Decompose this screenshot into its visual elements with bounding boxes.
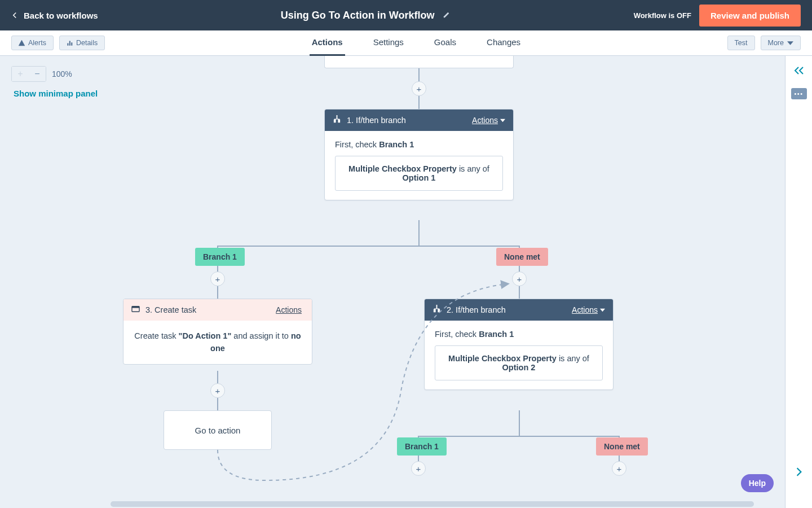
connector-line	[619, 456, 620, 461]
branch-label-met[interactable]: Branch 1	[397, 437, 447, 456]
help-button[interactable]: Help	[741, 474, 774, 492]
workflow-canvas[interactable]: + − 100% Show minimap panel + 1. If/then…	[0, 56, 785, 508]
add-action-button[interactable]: +	[210, 383, 225, 398]
back-label: Back to workflows	[24, 11, 98, 20]
branch-node-1[interactable]: 1. If/then branch Actions First, check B…	[324, 109, 514, 200]
connector-line	[218, 246, 519, 247]
collapse-panel-button[interactable]	[794, 65, 804, 78]
add-action-button[interactable]: +	[512, 271, 527, 286]
connector-line	[217, 286, 218, 299]
task-name: "Do Action 1"	[179, 331, 232, 340]
node-actions-menu[interactable]: Actions	[572, 305, 605, 314]
double-chevron-left-icon	[794, 66, 804, 75]
branch-node-title: 2. If/then branch	[447, 305, 506, 314]
connector-line	[418, 68, 420, 81]
alerts-label: Alerts	[28, 39, 46, 47]
test-button[interactable]: Test	[727, 36, 755, 50]
actions-label: Actions	[472, 116, 498, 125]
connector-line	[217, 266, 218, 271]
details-button[interactable]: Details	[59, 36, 105, 50]
workflow-status-label: Workflow is OFF	[634, 11, 691, 20]
connector-line	[217, 398, 218, 410]
details-label: Details	[76, 39, 98, 47]
back-to-workflows-button[interactable]: Back to workflows	[11, 11, 98, 20]
expand-panel-button[interactable]	[796, 467, 802, 480]
branch-label-met[interactable]: Branch 1	[195, 248, 245, 266]
connector-line	[519, 410, 520, 436]
right-side-rail: •••	[785, 56, 812, 508]
connector-line	[418, 436, 619, 437]
connector-line	[519, 286, 520, 299]
add-action-button[interactable]: +	[412, 81, 426, 96]
caret-down-icon	[500, 118, 505, 123]
app-header: Back to workflows Using Go To Action in …	[0, 0, 812, 30]
add-action-button[interactable]: +	[210, 271, 225, 286]
review-publish-button[interactable]: Review and publish	[699, 5, 801, 27]
node-actions-menu[interactable]: Actions	[472, 116, 505, 125]
condition-branch-name: Branch 1	[379, 140, 414, 149]
branch-node-2[interactable]: 2. If/then branch Actions First, check B…	[424, 299, 614, 390]
chevron-right-icon	[796, 467, 802, 477]
condition-box[interactable]: Multiple Checkbox Property is any of Opt…	[435, 345, 603, 380]
add-action-button[interactable]: +	[411, 461, 426, 476]
actions-label: Actions	[276, 305, 302, 314]
condition-property: Multiple Checkbox Property	[448, 354, 557, 363]
connector-line	[217, 371, 218, 383]
tab-actions[interactable]: Actions	[310, 30, 345, 56]
secondary-toolbar: Alerts Details Actions Settings Goals Ch…	[0, 30, 812, 56]
edit-title-button[interactable]	[443, 10, 451, 21]
branch-label-none-met[interactable]: None met	[496, 248, 548, 266]
comments-button[interactable]: •••	[791, 88, 807, 99]
horizontal-scrollbar[interactable]	[111, 501, 754, 507]
goto-action-label: Go to action	[195, 426, 241, 435]
branch-node-title: 1. If/then branch	[347, 116, 406, 125]
condition-box[interactable]: Multiple Checkbox Property is any of Opt…	[335, 156, 503, 191]
node-actions-menu[interactable]: Actions	[276, 305, 304, 314]
pencil-icon	[443, 10, 451, 19]
more-label: More	[768, 39, 784, 47]
condition-operator: is any of	[457, 164, 489, 173]
condition-value: Option 1	[403, 173, 436, 182]
caret-down-icon	[600, 308, 605, 313]
warning-icon	[19, 40, 25, 46]
connector-line	[418, 96, 420, 109]
task-node-title: 3. Create task	[145, 305, 196, 314]
connector-line	[418, 220, 420, 246]
caret-down-icon	[787, 40, 793, 46]
condition-operator: is any of	[557, 354, 589, 363]
task-icon	[131, 305, 140, 315]
workflow-title: Using Go To Action in Workflow	[281, 10, 435, 21]
previous-node-partial[interactable]	[324, 56, 514, 68]
condition-lead-text: First, check	[435, 330, 479, 339]
goto-action-node[interactable]: Go to action	[164, 410, 272, 450]
condition-value: Option 2	[502, 363, 536, 372]
tab-goals[interactable]: Goals	[432, 30, 458, 56]
branch-label-none-met[interactable]: None met	[596, 437, 648, 456]
svg-rect-1	[132, 306, 139, 308]
tab-changes[interactable]: Changes	[484, 30, 523, 56]
condition-lead-text: First, check	[335, 140, 379, 149]
condition-property: Multiple Checkbox Property	[348, 164, 457, 173]
ellipsis-icon: •••	[794, 91, 803, 97]
add-action-button[interactable]: +	[612, 461, 626, 476]
chart-icon	[67, 40, 73, 46]
actions-label: Actions	[572, 305, 598, 314]
task-body-text: Create task	[134, 331, 178, 340]
condition-branch-name: Branch 1	[479, 330, 514, 339]
task-node[interactable]: 3. Create task Actions Create task "Do A…	[123, 299, 312, 365]
connector-line	[418, 456, 419, 461]
task-body-text: and assign it to	[231, 331, 291, 340]
connector-line	[519, 266, 520, 271]
branch-icon	[433, 305, 441, 315]
branch-icon	[333, 115, 341, 125]
tab-settings[interactable]: Settings	[371, 30, 406, 56]
chevron-left-icon	[11, 12, 18, 19]
more-menu-button[interactable]: More	[761, 36, 801, 50]
alerts-button[interactable]: Alerts	[11, 36, 54, 50]
